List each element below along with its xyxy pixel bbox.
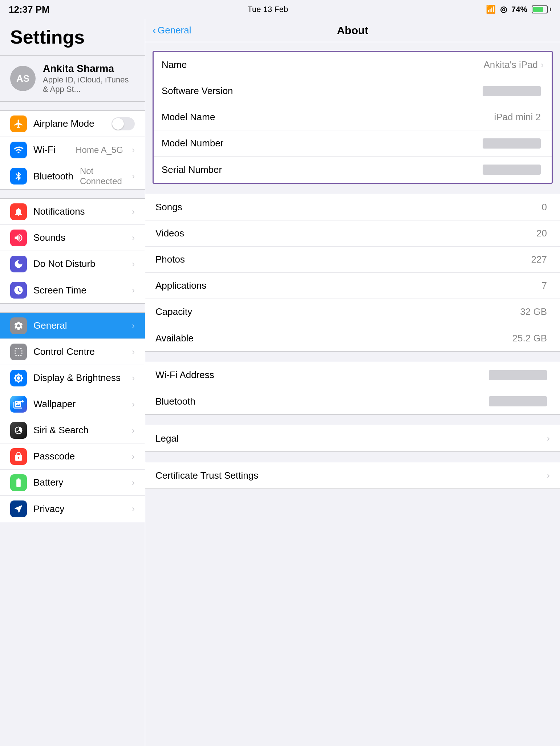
- sidebar-item-sounds[interactable]: Sounds ›: [0, 225, 145, 251]
- privacy-icon-wrap: [10, 500, 27, 517]
- airplane-icon: [13, 119, 24, 129]
- capacity-label: Capacity: [155, 306, 520, 317]
- songs-value: 0: [542, 202, 547, 213]
- display-icon: [13, 373, 24, 383]
- applications-row: Applications 7: [145, 273, 560, 299]
- serial-number-row: Serial Number: [154, 157, 552, 183]
- sidebar-item-screentime[interactable]: Screen Time ›: [0, 277, 145, 303]
- sidebar-item-passcode[interactable]: Passcode ›: [0, 443, 145, 470]
- right-header: ‹ General About: [145, 19, 560, 42]
- model-number-row: Model Number: [154, 130, 552, 157]
- settings-group-connectivity: Airplane Mode Wi-Fi Home A_5G ›: [0, 110, 145, 190]
- bluetooth-label: Bluetooth: [33, 171, 73, 182]
- gear-icon: [13, 321, 24, 331]
- applications-label: Applications: [155, 280, 542, 291]
- donotdisturb-label: Do Not Disturb: [33, 258, 125, 269]
- screentime-label: Screen Time: [33, 285, 125, 296]
- siri-label: Siri & Search: [33, 425, 125, 436]
- wifi-address-label: Wi-Fi Address: [155, 369, 489, 381]
- sidebar-item-notifications[interactable]: Notifications ›: [0, 199, 145, 225]
- notifications-icon-wrap: [10, 203, 27, 220]
- general-chevron: ›: [132, 321, 135, 331]
- model-name-label: Model Name: [162, 112, 494, 123]
- wifi-address-value: [489, 370, 547, 380]
- bluetooth-icon-wrap: [10, 168, 27, 185]
- serial-number-label: Serial Number: [162, 164, 483, 175]
- legal-label: Legal: [155, 433, 547, 444]
- certificate-trust-row[interactable]: Certificate Trust Settings ›: [145, 462, 560, 488]
- screentime-chevron: ›: [132, 285, 135, 295]
- back-button[interactable]: ‹ General: [153, 25, 191, 36]
- passcode-label: Passcode: [33, 451, 125, 462]
- about-content: Name Ankita's iPad › Software Version Mo…: [145, 42, 560, 746]
- privacy-label: Privacy: [33, 503, 125, 515]
- photos-label: Photos: [155, 254, 531, 265]
- battery-settings-icon-wrap: [10, 474, 27, 491]
- general-icon-wrap: [10, 317, 27, 334]
- wifi-icon: [13, 145, 24, 155]
- available-row: Available 25.2 GB: [145, 325, 560, 351]
- sidebar-item-display[interactable]: Display & Brightness ›: [0, 365, 145, 391]
- airplane-label: Airplane Mode: [33, 118, 105, 129]
- screentime-icon-wrap: [10, 282, 27, 299]
- wallpaper-chevron: ›: [132, 399, 135, 409]
- bluetooth-chevron: ›: [132, 171, 135, 181]
- sidebar-item-privacy[interactable]: Privacy ›: [0, 496, 145, 522]
- sounds-chevron: ›: [132, 233, 135, 243]
- privacy-icon: [13, 504, 24, 514]
- controlcentre-chevron: ›: [132, 347, 135, 357]
- notifications-chevron: ›: [132, 207, 135, 217]
- device-info-group: Name Ankita's iPad › Software Version Mo…: [153, 51, 553, 184]
- profile-info: Ankita Sharma Apple ID, iCloud, iTunes &…: [43, 63, 135, 94]
- sidebar-item-bluetooth[interactable]: Bluetooth Not Connected ›: [0, 163, 145, 189]
- wifi-label: Wi-Fi: [33, 144, 69, 155]
- battery-settings-icon: [13, 478, 24, 488]
- passcode-icon: [13, 451, 24, 462]
- wifi-icon-wrap: [10, 142, 27, 158]
- profile-section[interactable]: AS Ankita Sharma Apple ID, iCloud, iTune…: [0, 55, 145, 102]
- bluetooth-value: Not Connected: [80, 166, 123, 186]
- battery-percent: 74%: [511, 5, 527, 14]
- settings-group-notifications: Notifications › Sounds ›: [0, 198, 145, 304]
- videos-label: Videos: [155, 228, 536, 239]
- sidebar-item-wallpaper[interactable]: Wallpaper ›: [0, 391, 145, 417]
- airplane-toggle[interactable]: [111, 117, 135, 130]
- model-name-row: Model Name iPad mini 2: [154, 104, 552, 130]
- serial-number-value: [483, 165, 541, 175]
- wifi-status-icon: 📶: [486, 5, 496, 14]
- sounds-label: Sounds: [33, 232, 125, 243]
- privacy-chevron: ›: [132, 504, 135, 514]
- airplane-icon-wrap: [10, 115, 27, 132]
- profile-subtitle: Apple ID, iCloud, iTunes & App St...: [43, 75, 135, 94]
- sounds-icon: [13, 233, 24, 243]
- sidebar-item-siri[interactable]: Siri & Search ›: [0, 417, 145, 443]
- sidebar-item-donotdisturb[interactable]: Do Not Disturb ›: [0, 251, 145, 277]
- display-label: Display & Brightness: [33, 372, 125, 384]
- right-panel-title: About: [337, 24, 369, 37]
- model-number-label: Model Number: [162, 138, 483, 149]
- controlcentre-icon: [13, 347, 24, 357]
- controlcentre-icon-wrap: [10, 344, 27, 360]
- wallpaper-icon: [13, 399, 24, 409]
- general-label: General: [33, 320, 125, 331]
- legal-row[interactable]: Legal ›: [145, 425, 560, 451]
- right-panel: ‹ General About Name Ankita's iPad › Sof…: [145, 19, 560, 746]
- notifications-icon: [13, 207, 24, 217]
- moon-icon: [13, 259, 24, 269]
- songs-label: Songs: [155, 202, 542, 213]
- sidebar-item-battery[interactable]: Battery ›: [0, 470, 145, 496]
- sidebar-item-airplane[interactable]: Airplane Mode: [0, 111, 145, 137]
- capacity-value: 32 GB: [520, 306, 547, 317]
- status-time: 12:37 PM: [9, 4, 50, 15]
- name-row[interactable]: Name Ankita's iPad ›: [154, 52, 552, 78]
- wallpaper-icon-wrap: [10, 396, 27, 413]
- sidebar-item-wifi[interactable]: Wi-Fi Home A_5G ›: [0, 137, 145, 163]
- wallpaper-label: Wallpaper: [33, 398, 125, 410]
- sidebar-item-general[interactable]: General ›: [0, 313, 145, 339]
- status-icons: 📶 ◎ 74%: [486, 5, 551, 14]
- applications-value: 7: [542, 280, 547, 291]
- stats-group: Songs 0 Videos 20 Photos 227 Application…: [145, 194, 560, 352]
- model-number-value: [483, 138, 541, 149]
- sidebar-item-controlcentre[interactable]: Control Centre ›: [0, 339, 145, 365]
- siri-chevron: ›: [132, 425, 135, 435]
